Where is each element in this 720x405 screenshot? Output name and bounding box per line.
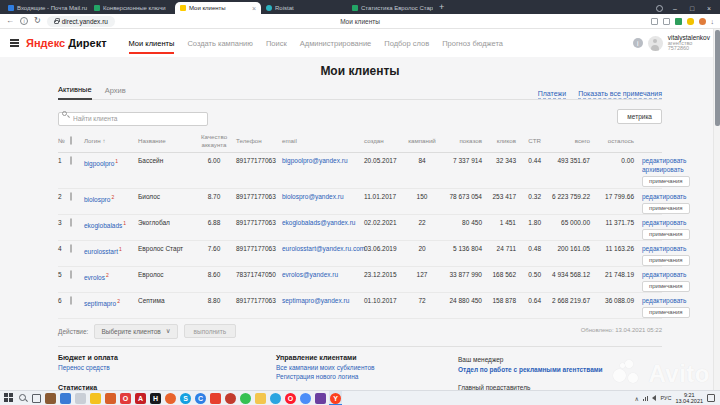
clock[interactable]: 9:21 13.04.2021 [675,392,703,404]
footer-link-subclient-campaigns[interactable]: Все кампании моих субклиентов [276,364,458,371]
client-email-link[interactable]: septimapro@yandex.ru [282,297,349,304]
edit-link[interactable]: редактировать [642,157,686,165]
row-checkbox[interactable] [70,218,72,227]
notes-button[interactable]: примечания [642,229,690,240]
site-info-icon[interactable]: i [20,17,28,25]
tab-archive[interactable]: Архив [105,86,126,99]
tools-app-icon[interactable] [105,393,116,404]
row-checkbox[interactable] [70,244,72,253]
menu-icon[interactable] [10,39,19,47]
opera-app-icon[interactable]: O [285,393,296,404]
col-quality[interactable]: Качество аккаунта [192,133,236,149]
row-checkbox[interactable] [70,296,72,305]
telegram-app-icon[interactable] [270,393,281,404]
downloads-icon[interactable]: ↓ [711,18,715,25]
chrome-app-icon[interactable] [300,393,311,404]
client-login-link[interactable]: biolospro [84,196,110,203]
mail-app-icon[interactable] [60,393,71,404]
chrome-blue-app-icon[interactable]: C [195,393,206,404]
nav-item-3[interactable]: Поиск [266,29,287,57]
client-login-link[interactable]: bigpoolpro [84,160,114,167]
notes-button[interactable]: примечания [642,255,690,266]
search-input[interactable] [58,112,208,126]
share-icon[interactable] [651,18,658,25]
back-icon[interactable]: ← [6,17,14,25]
action-center-icon[interactable] [707,394,715,402]
col-name[interactable]: Название [138,137,192,145]
bag-app-icon[interactable] [75,393,86,404]
reload-icon[interactable]: ↻ [34,17,41,25]
edit-link[interactable]: редактировать [642,245,686,253]
edit-link[interactable]: редактировать [642,297,686,305]
nav-item-2[interactable]: Создать кампанию [187,29,253,57]
sheets-extension-icon[interactable] [675,18,682,25]
volume-icon[interactable] [652,395,656,401]
archive-link[interactable]: архивировать [642,166,684,174]
close-icon[interactable]: × [704,5,714,12]
purple-app-icon[interactable] [315,393,326,404]
client-select-dropdown[interactable]: Выберите клиентов ∨ [94,324,177,339]
windows-start-icon[interactable] [4,393,14,403]
col-login[interactable]: Логин ↑ [84,137,138,145]
minimize-icon[interactable]: – [670,5,680,12]
client-email-link[interactable]: biolospro@yandex.ru [282,193,344,200]
col-total[interactable]: всего [544,137,594,145]
dark-red-app-icon[interactable] [225,393,236,404]
task-view-icon[interactable] [32,394,41,403]
network-icon[interactable] [643,396,649,401]
opera-mini-app-icon[interactable]: O [120,393,131,404]
nav-item-5[interactable]: Подбор слов [384,29,429,57]
language-indicator[interactable]: РУС [660,395,671,401]
col-phone[interactable]: Телефон [236,137,282,145]
browser-tab-1[interactable]: Входящие - Почта Mail.ru [3,2,89,14]
col-left[interactable]: осталось [594,137,638,145]
col-created[interactable]: создан [364,137,404,145]
scrollbar-thumb[interactable] [715,30,720,126]
row-checkbox[interactable] [70,192,72,201]
client-email-link[interactable]: bigpoolpro@yandex.ru [282,157,348,164]
client-login-link[interactable]: eurolosstart [84,248,118,255]
yandex-browser-app-icon[interactable]: Y [330,393,341,404]
browser-tab-3[interactable]: Мои клиенты× [175,2,261,14]
payments-link[interactable]: Платежи [538,90,566,99]
col-num[interactable]: № [58,137,70,145]
browser-tab-2[interactable]: Конверсионные ключи [89,2,175,14]
notes-button[interactable]: примечания [642,307,690,318]
tab-active-clients[interactable]: Активные [58,85,92,100]
whatsapp-app-icon[interactable] [240,393,251,404]
user-info[interactable]: vitalystalenkov агентство 7572860 [668,35,710,52]
adobe-pdf-app-icon[interactable]: A [135,393,146,404]
orange-circle-app-icon[interactable] [165,393,176,404]
browser-tab-5[interactable]: Статистика Евролос Стар [347,2,433,14]
client-email-link[interactable]: evrolos@yandex.ru [282,271,338,278]
edit-link[interactable]: редактировать [642,219,686,227]
col-ctr[interactable]: CTR [520,137,544,145]
select-all-checkbox[interactable] [70,136,72,145]
client-email-link[interactable]: ekoglobalads@yandex.ru [282,219,355,226]
nav-item-1[interactable]: Мои клиенты [129,29,175,57]
yandex-direct-logo[interactable]: Яндекс Директ [26,37,107,49]
browser-tab-4[interactable]: Roistat [261,2,347,14]
taskbar-search-icon[interactable] [18,393,28,403]
col-email[interactable]: email [282,137,364,145]
page-scrollbar[interactable] [713,29,720,390]
maximize-icon[interactable]: □ [687,5,697,12]
folder-app-icon[interactable] [255,393,266,404]
yellow-app-icon[interactable] [90,393,101,404]
row-checkbox[interactable] [70,156,72,165]
profile-icon[interactable] [656,5,663,12]
help-icon[interactable]: i [633,38,643,48]
footer-link-transfer-funds[interactable]: Перенос средств [58,364,276,371]
skype-app-icon[interactable]: S [180,393,191,404]
col-campaigns[interactable]: кампаний [404,137,440,145]
avatar[interactable] [648,36,663,51]
agency-department-link[interactable]: Отдел по работе с рекламными агентствами [458,366,662,373]
notes-button[interactable]: примечания [642,203,690,214]
edit-link[interactable]: редактировать [642,193,686,201]
notes-button[interactable]: примечания [642,176,690,187]
tray-expand-icon[interactable]: ∧ [635,395,639,402]
footer-link-new-login[interactable]: Регистрация нового логина [276,373,458,380]
address-input[interactable]: direct.yandex.ru [47,16,115,27]
run-button[interactable]: выполнить [184,324,237,338]
row-checkbox[interactable] [70,270,72,279]
